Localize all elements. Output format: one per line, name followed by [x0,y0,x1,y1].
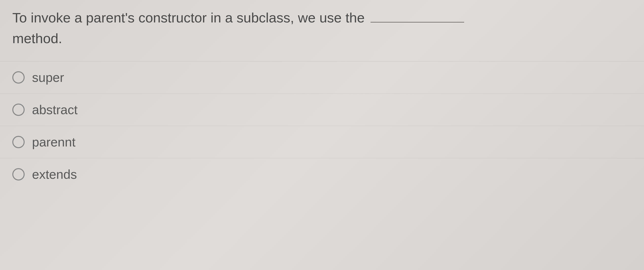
option-label: abstract [32,102,78,117]
option-label: extends [32,167,77,182]
radio-icon [12,71,25,84]
question-section: To invoke a parent's constructor in a su… [0,0,644,61]
options-section: super abstract parennt extends [0,61,644,190]
radio-icon [12,104,25,116]
question-part1: To invoke a parent's constructor in a su… [12,10,364,25]
option-abstract[interactable]: abstract [0,94,644,126]
option-parennt[interactable]: parennt [0,126,644,158]
question-text: To invoke a parent's constructor in a su… [12,8,632,49]
option-extends[interactable]: extends [0,158,644,190]
quiz-container: To invoke a parent's constructor in a su… [0,0,644,270]
option-label: super [32,70,64,85]
blank-line [370,10,464,23]
option-super[interactable]: super [0,61,644,94]
option-label: parennt [32,135,76,149]
radio-icon [12,136,25,148]
question-part2: method. [12,31,62,46]
radio-icon [12,168,25,180]
